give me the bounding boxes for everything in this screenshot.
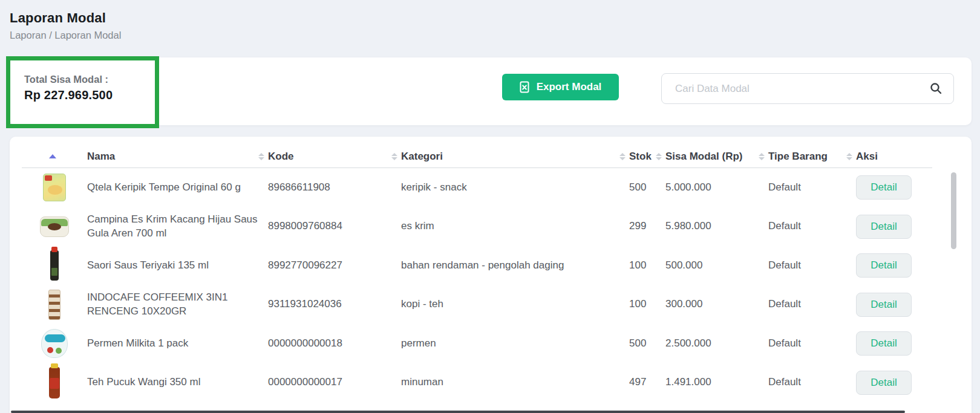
nama-cell: Campina Es Krim Kacang Hijau Saus Gula A… — [87, 213, 268, 241]
table-header-row: Nama Kode Kategori Stok Sisa Modal (Rp) … — [22, 145, 932, 168]
tipe-barang-cell: Default — [768, 298, 856, 311]
nama-cell: Teh Pucuk Wangi 350 ml — [87, 376, 268, 389]
aksi-cell: Detail — [856, 293, 932, 317]
clipped-bottom-element — [11, 411, 905, 413]
sort-icon — [258, 153, 264, 160]
column-label: Sisa Modal (Rp) — [665, 151, 743, 163]
product-image-cell — [22, 329, 87, 358]
column-label: Tipe Barang — [768, 151, 828, 163]
kode-cell: 0000000000018 — [268, 337, 401, 351]
table-row: INDOCAFE COFFEEMIX 3IN1 RENCENG 10X20GR … — [22, 285, 932, 325]
table-row: Campina Es Krim Kacang Hijau Saus Gula A… — [22, 207, 932, 247]
column-header-sisa-modal[interactable]: Sisa Modal (Rp) — [665, 151, 768, 163]
detail-button[interactable]: Detail — [856, 175, 912, 200]
modal-report-table: Nama Kode Kategori Stok Sisa Modal (Rp) … — [22, 145, 932, 402]
tea-bottle-product-image — [49, 367, 60, 398]
sisa-modal-cell: 2.500.000 — [665, 337, 768, 351]
breadcrumb: Laporan / Laporan Modal — [10, 30, 121, 41]
column-label: Aksi — [856, 151, 878, 163]
aksi-cell: Detail — [856, 371, 932, 395]
aksi-cell: Detail — [856, 175, 932, 200]
column-label: Kode — [268, 151, 294, 163]
kategori-cell: kopi - teh — [401, 298, 629, 311]
product-image-cell — [22, 174, 87, 201]
detail-button[interactable]: Detail — [856, 371, 912, 395]
stok-cell: 497 — [629, 376, 665, 389]
stok-cell: 500 — [629, 337, 665, 351]
total-sisa-modal-label: Total Sisa Modal : — [24, 74, 108, 85]
page-title: Laporan Modal — [10, 10, 106, 26]
stok-cell: 299 — [629, 220, 665, 233]
table-scrollbar-thumb[interactable] — [951, 172, 956, 249]
column-header-image[interactable] — [22, 154, 87, 158]
kategori-cell: keripik - snack — [401, 181, 629, 195]
column-label: Stok — [629, 151, 652, 163]
tipe-barang-cell: Default — [768, 181, 856, 195]
stok-cell: 500 — [629, 181, 665, 195]
detail-button[interactable]: Detail — [856, 331, 912, 356]
kode-cell: 8992770096227 — [268, 259, 401, 273]
chips-bag-product-image — [43, 174, 66, 201]
total-sisa-modal-value: Rp 227.969.500 — [24, 88, 113, 102]
sort-icon — [619, 153, 626, 160]
product-image-cell — [22, 290, 87, 320]
column-header-aksi: Aksi — [856, 151, 932, 163]
column-label: Nama — [87, 151, 115, 163]
candy-pack-product-image — [41, 329, 68, 358]
kode-cell: 89686611908 — [268, 181, 401, 195]
kode-cell: 0000000000017 — [268, 376, 401, 389]
export-modal-button[interactable]: Export Modal — [502, 74, 619, 100]
sort-icon — [656, 153, 662, 160]
aksi-cell: Detail — [856, 253, 932, 278]
detail-button[interactable]: Detail — [856, 215, 912, 239]
column-header-kategori[interactable]: Kategori — [401, 151, 629, 163]
coffee-strip-product-image — [48, 290, 60, 320]
column-header-kode[interactable]: Kode — [268, 151, 401, 163]
tipe-barang-cell: Default — [768, 376, 856, 389]
detail-button[interactable]: Detail — [856, 253, 912, 278]
kode-cell: 8998009760884 — [268, 220, 401, 233]
table-row: Saori Saus Teriyaki 135 ml 8992770096227… — [22, 246, 932, 285]
sauce-bottle-product-image — [50, 250, 59, 281]
tipe-barang-cell: Default — [768, 259, 856, 273]
kategori-cell: permen — [401, 337, 629, 351]
nama-cell: Permen Milkita 1 pack — [87, 337, 268, 351]
column-header-tipe-barang[interactable]: Tipe Barang — [768, 151, 856, 163]
column-header-nama[interactable]: Nama — [87, 151, 268, 163]
stok-cell: 100 — [629, 298, 665, 311]
kategori-cell: es krim — [401, 220, 629, 233]
aksi-cell: Detail — [856, 331, 932, 356]
tipe-barang-cell: Default — [768, 337, 856, 351]
aksi-cell: Detail — [856, 215, 932, 239]
sort-icon — [846, 153, 852, 160]
search-input[interactable] — [661, 73, 954, 104]
nama-cell: Saori Saus Teriyaki 135 ml — [87, 259, 268, 273]
detail-button[interactable]: Detail — [856, 293, 912, 317]
product-image-cell — [22, 367, 87, 398]
table-body: Qtela Keripik Tempe Original 60 g 896866… — [22, 168, 932, 402]
sisa-modal-cell: 5.980.000 — [665, 220, 768, 233]
sort-icon — [391, 153, 397, 160]
tipe-barang-cell: Default — [768, 220, 856, 233]
column-label: Kategori — [401, 151, 443, 163]
sort-ascending-icon — [49, 154, 56, 158]
sisa-modal-cell: 500.000 — [665, 259, 768, 273]
stok-cell: 100 — [629, 259, 665, 273]
product-image-cell — [22, 216, 87, 237]
kategori-cell: bahan rendaman - pengolah daging — [401, 259, 629, 273]
column-header-stok[interactable]: Stok — [629, 151, 665, 163]
sisa-modal-cell: 300.000 — [665, 298, 768, 311]
excel-file-icon — [520, 81, 531, 93]
kode-cell: 9311931024036 — [268, 298, 401, 311]
product-image-cell — [22, 250, 87, 281]
sort-icon — [759, 153, 765, 160]
ice-cream-tub-product-image — [40, 216, 69, 237]
table-row: Qtela Keripik Tempe Original 60 g 896866… — [22, 168, 932, 207]
sisa-modal-cell: 1.491.000 — [665, 376, 768, 389]
table-row: Teh Pucuk Wangi 350 ml 0000000000017 min… — [22, 363, 932, 403]
nama-cell: Qtela Keripik Tempe Original 60 g — [87, 181, 268, 195]
export-modal-label: Export Modal — [537, 81, 602, 93]
nama-cell: INDOCAFE COFFEEMIX 3IN1 RENCENG 10X20GR — [87, 291, 268, 319]
table-row: Permen Milkita 1 pack 0000000000018 perm… — [22, 324, 932, 363]
search-icon[interactable] — [929, 81, 943, 98]
